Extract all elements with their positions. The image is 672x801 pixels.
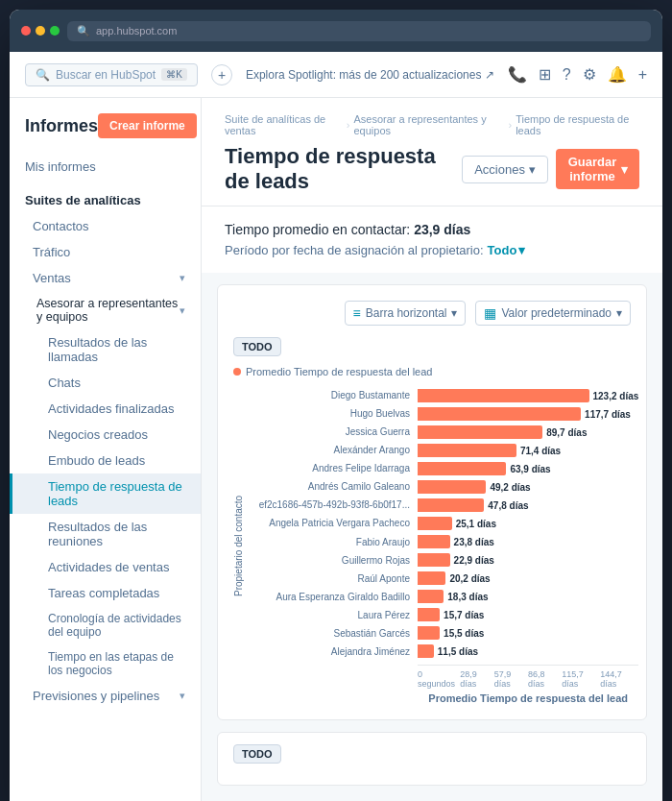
hubspot-search[interactable]: 🔍 Buscar en HubSpot ⌘K (25, 63, 198, 86)
bar-row: 123,2 días (418, 387, 638, 404)
sidebar-item-previsiones[interactable]: Previsiones y pipelines ▾ (10, 683, 201, 709)
bar-row: 20,2 días (418, 570, 638, 587)
sidebar-item-negocios[interactable]: Negocios creados (10, 422, 201, 448)
legend-dot (233, 368, 241, 376)
breadcrumb-item-3: Tiempo de respuesta de leads (516, 113, 639, 136)
bar (418, 480, 486, 494)
chevron-down-icon: ▾ (180, 690, 185, 702)
phone-icon[interactable]: 📞 (508, 65, 527, 84)
breadcrumb: Suite de analíticas de ventas › Asesorar… (225, 113, 639, 136)
bar-value: 123,2 días (593, 391, 639, 401)
browser-chrome: 🔍 app.hubspot.com (10, 10, 662, 52)
x-axis-title: Promedio Tiempo de respuesta del lead (418, 692, 638, 704)
bar-label: Fabio Araujo (254, 534, 410, 551)
close-dot[interactable] (21, 26, 31, 36)
bar-value: 47,8 días (488, 500, 528, 511)
nav-icons: 📞 ⊞ ? ⚙ 🔔 + (508, 65, 647, 84)
sidebar-item-embudo[interactable]: Embudo de leads (10, 448, 201, 473)
chevron-down-icon: ▾ (616, 306, 622, 320)
value-icon: ▦ (484, 305, 496, 321)
spotlight-text: Explora Spotlight: más de 200 actualizac… (246, 68, 494, 82)
todo-badge: TODO (233, 337, 281, 356)
actividades-label: Actividades finalizadas (48, 401, 175, 416)
bar (418, 644, 434, 658)
trafico-label: Tráfico (33, 245, 70, 259)
sidebar-item-tiempo-etapas[interactable]: Tiempo en las etapas de los negocios (10, 644, 201, 683)
acciones-label: Acciones (474, 162, 525, 177)
metric-prefix: Tiempo promedio en contactar: (225, 222, 410, 237)
bar-labels: Diego BustamanteHugo BuelvasJessica Guer… (254, 387, 418, 661)
sidebar-item-chats[interactable]: Chats (10, 370, 201, 396)
chevron-down-icon: ▾ (180, 272, 185, 284)
bell-icon[interactable]: 🔔 (608, 65, 627, 84)
header-actions: Acciones ▾ Guardar informe ▾ (462, 149, 639, 189)
bar (418, 407, 581, 421)
period-value[interactable]: Todo ▾ (488, 243, 526, 257)
sidebar-item-tiempo-respuesta[interactable]: Tiempo de respuesta de leads (10, 473, 201, 514)
new-tab-button[interactable]: + (211, 64, 232, 85)
bar-label: Alejandra Jiménez (254, 643, 410, 661)
help-icon[interactable]: ? (563, 66, 571, 84)
content-header: Suite de analíticas de ventas › Asesorar… (202, 98, 662, 206)
sidebar-item-cronologia[interactable]: Cronología de actividades del equipo (10, 606, 201, 644)
grid-icon[interactable]: ⊞ (539, 65, 551, 84)
browser-search-bar[interactable]: 🔍 app.hubspot.com (67, 21, 651, 41)
minimize-dot[interactable] (36, 26, 45, 36)
expand-dot[interactable] (50, 26, 60, 36)
bar-value: 18,3 días (447, 592, 488, 602)
second-todo-box: TODO (217, 732, 647, 786)
sidebar-item-actividades[interactable]: Actividades finalizadas (10, 396, 201, 422)
bar (418, 498, 484, 512)
acciones-button[interactable]: Acciones ▾ (462, 156, 548, 183)
chart-type-label: Barra horizontal (366, 306, 447, 320)
x-axis-spacer (254, 661, 418, 704)
bar-row: 47,8 días (418, 497, 638, 514)
sidebar-item-tareas[interactable]: Tareas completadas (10, 580, 201, 606)
bar (418, 389, 589, 402)
sidebar-item-contactos[interactable]: Contactos (10, 213, 201, 239)
sidebar-item-ventas[interactable]: Ventas ▾ (10, 265, 201, 291)
chart-body: Diego BustamanteHugo BuelvasJessica Guer… (254, 387, 638, 704)
breadcrumb-item-1[interactable]: Suite de analíticas de ventas (225, 113, 343, 136)
sidebar-item-trafico[interactable]: Tráfico (10, 239, 201, 265)
chats-label: Chats (48, 376, 81, 390)
bar-chart-area: 123,2 días117,7 días89,7 días71,4 días63… (418, 387, 638, 661)
bar-value: 63,9 días (510, 464, 550, 474)
bar-row: 117,7 días (418, 405, 638, 423)
metrics-section: Tiempo promedio en contactar: 23,9 días … (202, 206, 662, 273)
sidebar: Informes Crear informe Mis informes Suit… (10, 98, 202, 801)
search-icon: 🔍 (36, 68, 50, 82)
y-axis-title: Propietario del contacto (233, 387, 252, 704)
bar-chart-icon: ≡ (353, 305, 361, 321)
metric-line: Tiempo promedio en contactar: 23,9 días (225, 222, 639, 237)
breadcrumb-item-2[interactable]: Asesorar a representantes y equipos (353, 113, 504, 136)
period-value-text: Todo (488, 243, 517, 257)
bar-label: Andrés Camilo Galeano (254, 478, 410, 496)
embudo-label: Embudo de leads (48, 453, 145, 468)
bar-label: Raúl Aponte (254, 570, 410, 588)
tiempo-respuesta-label: Tiempo de respuesta de leads (48, 479, 185, 508)
chevron-down-icon: ▾ (529, 162, 536, 177)
sidebar-item-llamadas[interactable]: Resultados de las llamadas (10, 329, 201, 370)
create-report-button[interactable]: Crear informe (98, 113, 197, 138)
plus-icon[interactable]: + (638, 66, 647, 84)
sidebar-item-act-ventas[interactable]: Actividades de ventas (10, 554, 201, 580)
act-ventas-label: Actividades de ventas (48, 560, 169, 574)
bar-label: Guillermo Rojas (254, 552, 410, 570)
bar-label: Hugo Buelvas (254, 405, 410, 423)
bar-label: Laura Pérez (254, 607, 410, 624)
bar-value: 22,9 días (454, 555, 494, 566)
page-title-row: Tiempo de respuesta de leads Acciones ▾ … (225, 144, 639, 194)
bar-row: 18,3 días (418, 588, 638, 605)
sidebar-item-mis-informes[interactable]: Mis informes (10, 154, 201, 180)
chart-value-button[interactable]: ▦ Valor predeterminado ▾ (475, 301, 631, 326)
top-nav: 🔍 Buscar en HubSpot ⌘K + Explora Spotlig… (10, 52, 662, 98)
sidebar-item-reuniones[interactable]: Resultados de las reuniones (10, 514, 201, 554)
x-axis-label: 57,9 días (494, 669, 528, 689)
chart-type-button[interactable]: ≡ Barra horizontal ▾ (345, 301, 467, 326)
sidebar-item-asesorar[interactable]: Asesorar a representantes y equipos ▾ (10, 291, 201, 329)
bar-row: 15,5 días (418, 624, 638, 642)
settings-icon[interactable]: ⚙ (583, 65, 596, 84)
chevron-down-icon: ▾ (451, 306, 457, 320)
guardar-button[interactable]: Guardar informe ▾ (556, 149, 639, 189)
